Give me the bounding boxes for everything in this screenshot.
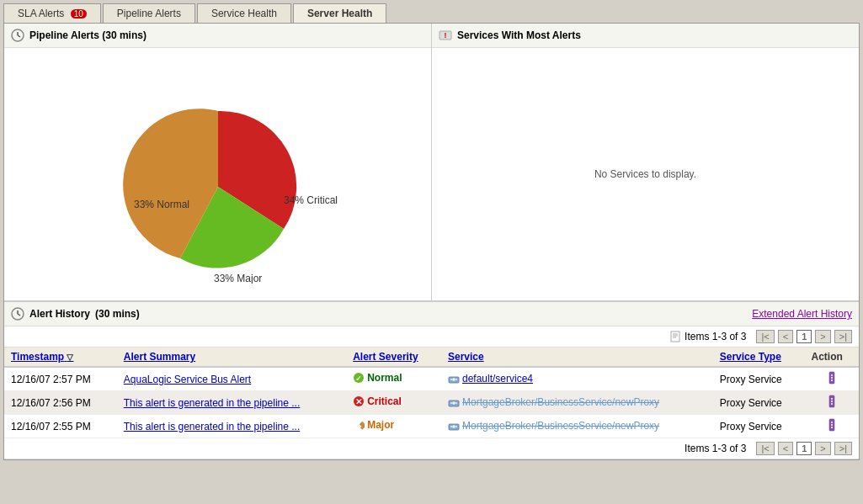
action-menu-icon[interactable]	[826, 399, 838, 411]
cell-timestamp: 12/16/07 2:55 PM	[4, 415, 117, 438]
tab-sla-alerts[interactable]: SLA Alerts 10	[3, 3, 101, 23]
pipeline-alerts-panel: Pipeline Alerts (30 mins)	[4, 24, 432, 300]
pipeline-alerts-timeframe: (30 mins)	[102, 29, 146, 41]
page-1-btn-top[interactable]: 1	[796, 330, 812, 343]
page-1-btn-bottom[interactable]: 1	[796, 442, 812, 455]
no-services-text: No Services to display.	[594, 168, 696, 180]
svg-point-37	[831, 424, 833, 426]
label-critical: 34% Critical	[284, 194, 338, 206]
tab-service-health[interactable]: Service Health	[197, 3, 291, 23]
sla-alerts-badge: 10	[71, 9, 87, 19]
service-text: MortgageBroker/BusinessService/newProxy	[462, 396, 659, 408]
pie-chart-container: 33% Normal 34% Critical 33% Major	[92, 65, 344, 284]
svg-point-29	[831, 403, 833, 405]
alert-summary-link[interactable]: This alert is generated in the pipeline …	[124, 421, 300, 432]
svg-text:✕: ✕	[355, 397, 362, 406]
page-first-btn-bottom[interactable]: |<	[756, 442, 774, 455]
tabs-bar: SLA Alerts 10 Pipeline Alerts Service He…	[0, 0, 863, 23]
col-alert-summary-label: Alert Summary	[124, 351, 195, 363]
tab-pipeline-alerts-label: Pipeline Alerts	[117, 8, 181, 19]
cell-alert-severity: ✕ Critical	[346, 391, 441, 415]
alert-history-section: Alert History (30 mins) Extended Alert H…	[4, 301, 859, 459]
col-alert-severity[interactable]: Alert Severity	[346, 347, 441, 367]
services-panel: ! Services With Most Alerts No Services …	[432, 24, 859, 300]
sort-arrow-timestamp: ▽	[67, 353, 73, 362]
clock-icon	[11, 29, 24, 42]
label-major: 33% Major	[214, 273, 262, 284]
table-body: 12/16/07 2:57 PMAquaLogic Service Bus Al…	[4, 367, 859, 438]
tab-server-health[interactable]: Server Health	[293, 3, 386, 23]
tab-sla-alerts-label: SLA Alerts	[18, 8, 64, 19]
cell-action[interactable]	[804, 391, 859, 415]
page-prev-btn-top[interactable]: <	[778, 330, 793, 343]
alert-history-clock-icon	[11, 307, 24, 321]
cell-action[interactable]	[804, 415, 859, 438]
page-next-btn-top[interactable]: >	[815, 330, 830, 343]
cell-service-type: Proxy Service	[713, 415, 805, 438]
services-panel-title: Services With Most Alerts	[457, 29, 581, 41]
col-timestamp[interactable]: Timestamp ▽	[4, 347, 117, 367]
page-first-btn-top[interactable]: |<	[756, 330, 774, 343]
action-menu-icon[interactable]	[826, 422, 838, 434]
alert-history-title: Alert History (30 mins)	[11, 307, 140, 321]
cell-action[interactable]	[804, 367, 859, 391]
page-last-btn-bottom[interactable]: >|	[834, 442, 852, 455]
services-panel-header: ! Services With Most Alerts	[432, 24, 859, 48]
alert-summary-link[interactable]: This alert is generated in the pipeline …	[124, 397, 300, 409]
tab-service-health-label: Service Health	[211, 8, 277, 19]
svg-point-38	[831, 427, 833, 428]
svg-point-19	[831, 377, 833, 379]
pagination-items-top: Items 1-3 of 3	[685, 331, 746, 342]
svg-line-2	[18, 35, 20, 37]
cell-service-type: Proxy Service	[713, 367, 805, 391]
cell-alert-summary: AquaLogic Service Bus Alert	[117, 367, 346, 391]
panels-row: Pipeline Alerts (30 mins)	[4, 24, 859, 301]
svg-text:✓: ✓	[355, 374, 362, 383]
cell-service: default/service4	[441, 367, 713, 391]
cell-timestamp: 12/16/07 2:56 PM	[4, 391, 117, 415]
action-menu-icon[interactable]	[826, 375, 838, 387]
table-row: 12/16/07 2:55 PMThis alert is generated …	[4, 415, 859, 438]
table-row: 12/16/07 2:57 PMAquaLogic Service Bus Al…	[4, 367, 859, 391]
severity-badge: ✕ Critical	[353, 395, 402, 407]
col-service-type-label: Service Type	[720, 351, 781, 363]
col-service-label: Service	[448, 351, 484, 363]
pipeline-alerts-body: 33% Normal 34% Critical 33% Major	[4, 48, 431, 300]
pipeline-alerts-title: Pipeline Alerts (30 mins)	[29, 29, 146, 41]
cell-timestamp: 12/16/07 2:57 PM	[4, 367, 117, 391]
cell-alert-severity: ◆ Major	[346, 415, 441, 438]
tab-server-health-label: Server Health	[307, 8, 372, 19]
col-service-type[interactable]: Service Type	[713, 347, 805, 367]
cell-alert-summary: This alert is generated in the pipeline …	[117, 391, 346, 415]
severity-badge: ✓ Normal	[353, 372, 402, 384]
service-text: MortgageBroker/BusinessService/newProxy	[462, 420, 659, 432]
col-service[interactable]: Service	[441, 347, 713, 367]
cell-service: MortgageBroker/BusinessService/newProxy	[441, 415, 713, 438]
svg-point-20	[831, 379, 833, 381]
svg-point-36	[831, 422, 833, 423]
page-last-btn-top[interactable]: >|	[834, 330, 852, 343]
extended-alert-history-link[interactable]: Extended Alert History	[752, 308, 852, 320]
svg-point-27	[831, 398, 833, 400]
pie-chart: 33% Normal 34% Critical 33% Major	[92, 65, 344, 284]
svg-rect-8	[671, 332, 679, 342]
cell-service: MortgageBroker/BusinessService/newProxy	[441, 391, 713, 415]
svg-text:◆: ◆	[355, 422, 362, 430]
cell-alert-summary: This alert is generated in the pipeline …	[117, 415, 346, 438]
col-timestamp-label: Timestamp	[11, 351, 64, 363]
service-link[interactable]: default/service4	[462, 373, 533, 385]
alert-history-label: Alert History	[29, 308, 90, 320]
alert-summary-link[interactable]: AquaLogic Service Bus Alert	[124, 374, 251, 385]
pagination-bar-top: Items 1-3 of 3 |< < 1 > >|	[4, 326, 859, 347]
pagination-items-bottom: Items 1-3 of 3	[685, 443, 746, 454]
page-prev-btn-bottom[interactable]: <	[778, 442, 793, 455]
table-header-row: Timestamp ▽ Alert Summary Alert Severity…	[4, 347, 859, 367]
col-action: Action	[804, 347, 859, 367]
col-action-label: Action	[811, 351, 842, 363]
page-next-btn-bottom[interactable]: >	[815, 442, 830, 455]
severity-badge: ◆ Major	[353, 419, 394, 431]
svg-line-7	[18, 314, 20, 316]
tab-pipeline-alerts[interactable]: Pipeline Alerts	[103, 3, 195, 23]
col-alert-summary[interactable]: Alert Summary	[117, 347, 346, 367]
page-doc-icon	[669, 331, 681, 342]
